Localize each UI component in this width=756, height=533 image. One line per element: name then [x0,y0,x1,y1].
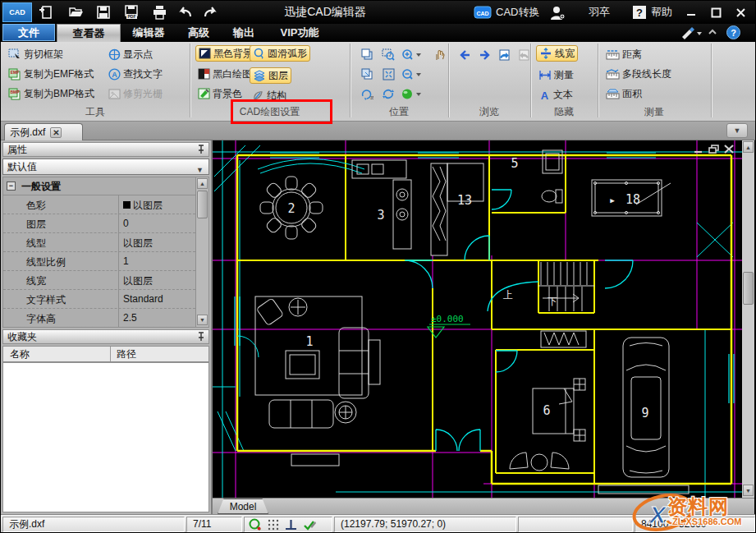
ribbon-bw-drawing[interactable]: 黑白绘图 [195,66,254,82]
save-pdf-button[interactable]: PDF [119,2,144,22]
scroll-up-icon[interactable]: ▲ [743,141,754,153]
tab-output[interactable]: 输出 [221,24,267,42]
mdi-restore-icon[interactable] [708,145,719,154]
undo-button[interactable] [173,2,198,22]
ribbon-show-points[interactable]: 显示点 [106,46,155,62]
scroll-thumb[interactable] [743,272,754,305]
property-value[interactable]: 以图层 [123,274,153,288]
property-value[interactable]: 以图层 [123,237,153,250]
property-row-linetype[interactable]: 线型以图层 [3,233,195,252]
style-brush-toggle-icon[interactable] [303,519,316,531]
property-grid-scrollbar[interactable]: ▲ ▼ [195,177,208,327]
tab-viewer[interactable]: 查看器 [57,24,121,42]
pin-icon[interactable] [197,145,205,154]
property-preset-select[interactable]: 默认值 ▼ [2,159,209,175]
pan-hand-button[interactable] [429,46,449,62]
page-previous-button[interactable] [495,47,515,63]
property-row-layer[interactable]: 图层0 [3,214,195,233]
property-row-color[interactable]: 色彩以图层 [3,195,195,214]
ribbon-cut-frame[interactable]: 剪切框架 [6,46,66,62]
model-tab[interactable]: Model [218,499,268,514]
ribbon-copy-emf[interactable]: EMF 复制为EMF格式 [6,66,96,82]
zoom-extents-button[interactable] [378,66,398,82]
ribbon-distance[interactable]: 距离 [603,46,644,62]
tab-advanced[interactable]: 高级 [176,24,221,42]
property-value[interactable]: 以图层 [123,199,163,213]
ribbon-find-text[interactable]: A 查找文字 [106,66,165,82]
tab-editor[interactable]: 编辑器 [122,24,175,42]
ribbon-polyline-length[interactable]: 多段线长度 [603,66,674,82]
zoom-out-button[interactable] [400,66,424,82]
ribbon-text-visibility[interactable]: A 文本 [536,86,575,103]
section-label: 一般设置 [21,181,61,192]
zoom-in-button[interactable] [400,46,424,62]
property-value[interactable]: 2.5 [123,312,137,324]
ortho-toggle-icon[interactable] [285,519,297,531]
pin-icon[interactable] [197,332,205,342]
render-mode-button[interactable] [400,85,424,102]
document-tab[interactable]: 示例.dxf ✕ [4,123,83,140]
cad-convert-button[interactable]: CAD CAD转换 [474,1,539,24]
property-row-text-style[interactable]: 文字样式Standard [3,290,195,309]
help-button[interactable]: ? 帮助 [633,1,672,24]
ribbon-copy-bmp[interactable]: BMP 复制为BMP格式 [6,85,97,102]
refresh-view-button[interactable] [378,85,398,102]
view-forward-button[interactable] [475,47,495,63]
scroll-thumb[interactable] [197,191,208,218]
property-row-lineweight[interactable]: 线宽以图层 [3,271,195,290]
quick-edit-button[interactable] [679,25,702,40]
cad-viewport[interactable]: 1 2 3 5 6 9 13 18 ▶ 上 下 ±0.000 [213,140,742,498]
ribbon-lineweight[interactable]: 线宽 [536,45,578,62]
view-back-button[interactable] [454,47,474,63]
tab-vip[interactable]: VIP功能 [268,24,331,42]
menu-file-button[interactable]: 文件 [2,24,55,41]
app-logo-icon[interactable]: CAD [2,2,32,22]
osnap-toggle-icon[interactable] [249,518,262,531]
save-button[interactable] [91,2,116,22]
room-label-living: 1 [305,334,313,349]
column-path[interactable]: 路径 [117,347,136,361]
canvas-vertical-scrollbar[interactable]: ▲ ▼ [742,140,754,498]
room-label-dining: 2 [287,201,295,216]
mdi-close-icon[interactable] [724,145,734,154]
user-account-button[interactable]: 羽卒 [549,1,610,24]
copy-view-button[interactable] [357,66,377,82]
tab-list-dropdown-button[interactable]: ▼ [726,123,748,138]
property-section-header[interactable]: − 一般设置 [3,177,195,195]
column-name[interactable]: 名称 [10,347,30,361]
svg-text:?: ? [636,7,643,19]
ribbon-black-background[interactable]: 黑色背景 [195,45,256,62]
print-button[interactable] [147,2,172,22]
property-label: 图层 [26,218,46,232]
zoom-window-button[interactable] [378,46,398,62]
property-value[interactable]: Standard [123,293,163,305]
property-row-text-height[interactable]: 字体高2.5 [3,309,195,328]
document-tab-close-icon[interactable]: ✕ [50,127,62,138]
scroll-up-icon[interactable]: ▲ [197,178,208,189]
grid-toggle-icon[interactable] [268,519,279,531]
collapse-minus-icon[interactable]: − [7,181,16,191]
property-row-linetype-scale[interactable]: 线型比例1 [3,252,195,271]
open-file-button[interactable] [63,2,88,22]
new-file-button[interactable] [34,2,58,22]
ribbon-smooth-arc[interactable]: 圆滑弧形 [250,45,310,62]
save-icon [96,5,111,20]
rotate-view-button[interactable]: 35 [357,85,377,102]
mdi-minimize-icon[interactable] [694,145,703,154]
maximize-button[interactable] [705,4,726,21]
ribbon-measure-marks[interactable]: 测量 [536,67,576,83]
minimize-button[interactable] [680,4,702,21]
property-value[interactable]: 1 [123,255,129,267]
property-value[interactable]: 0 [123,218,129,229]
collapse-ribbon-button[interactable] [707,27,718,37]
ribbon-layers[interactable]: 图层 [250,67,291,84]
area-icon [606,89,620,99]
favorites-list[interactable] [2,362,209,512]
property-grid: − 一般设置 色彩以图层 图层0 线型以图层 线型比例1 线宽以图层 文字样式S… [2,177,209,328]
pan-pages-button[interactable] [357,46,377,62]
ribbon-help-button[interactable]: ? [726,25,740,39]
redo-button[interactable] [198,2,222,22]
scroll-down-icon[interactable]: ▼ [197,315,208,325]
ribbon-area[interactable]: 面积 [603,85,644,102]
close-button[interactable] [730,4,751,21]
